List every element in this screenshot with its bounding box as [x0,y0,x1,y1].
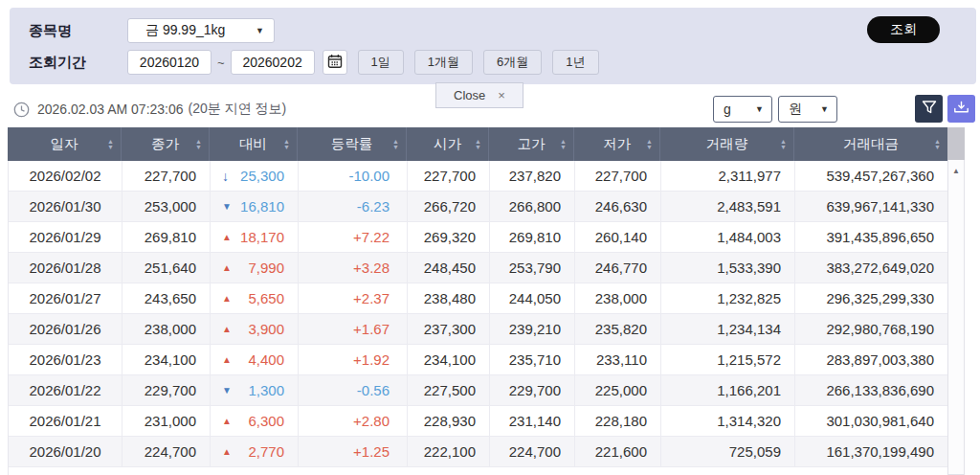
sort-icon[interactable]: ▲▼ [195,139,202,149]
cell-high: 237,820 [490,161,575,191]
chevron-down-icon: ▼ [256,26,264,35]
cell-change: ↓25,300 [211,161,299,191]
cell-open: 227,500 [408,375,490,405]
calendar-button[interactable] [323,50,347,75]
cell-open: 238,480 [408,283,490,313]
cell-value: 383,272,649,020 [795,253,948,283]
table-body: 2026/02/02227,700↓25,300-10.00227,700237… [8,161,947,475]
period-button-6month[interactable]: 6개월 [483,50,542,75]
cell-close: 229,700 [122,375,211,405]
sort-icon[interactable]: ▲▼ [780,139,787,149]
cell-volume: 1,232,825 [661,283,795,313]
cell-value: 639,967,141,330 [795,192,948,221]
cell-volume: 1,215,572 [661,345,795,374]
cell-volume: 2,483,591 [661,192,795,221]
cell-change: ▲3,900 [211,314,299,344]
table-row: 2026/01/28251,640▲7,990+3.28248,450253,7… [9,253,948,283]
download-icon [953,100,969,119]
item-name-label: 종목명 [29,22,127,40]
change-value: 2,770 [248,443,284,460]
cell-open: 222,100 [408,437,490,466]
close-tab[interactable]: Close × [435,82,523,108]
cell-close: 269,810 [122,222,211,252]
cell-value: 266,133,836,690 [795,375,948,405]
search-button[interactable]: 조회 [867,16,940,43]
filter-button[interactable] [915,95,943,123]
item-select-value: 금 99.99_1kg [145,22,225,39]
col-header-date[interactable]: 일자▲▼ [8,127,122,161]
sort-icon[interactable]: ▲▼ [475,139,481,149]
date-to-input[interactable] [231,50,315,75]
table-row: 2026/01/26238,000▲3,900+1.67237,300239,2… [9,314,948,345]
col-header-rate[interactable]: 등락률▲▼ [298,127,407,161]
cell-date: 2026/02/02 [9,161,122,191]
cell-low: 238,000 [575,283,661,313]
cell-date: 2026/01/20 [9,437,122,466]
sort-icon[interactable]: ▲▼ [560,139,567,149]
timestamp: 2026.02.03 AM 07:23:06 [37,102,184,117]
col-header-high[interactable]: 고가▲▼ [489,127,574,161]
cell-rate: +7.22 [299,222,408,252]
date-from-input[interactable] [127,50,212,75]
period-button-1month[interactable]: 1개월 [414,50,473,75]
cell-change: ▲5,650 [211,283,299,313]
sort-icon[interactable]: ▲▼ [107,139,114,149]
change-value: 7,990 [248,260,284,276]
col-header-value[interactable]: 거래대금▲▼ [794,127,947,161]
vertical-scrollbar[interactable]: ▲ [947,127,965,475]
filter-icon [922,100,937,118]
cell-volume: 2,311,977 [661,161,795,191]
period-button-1day[interactable]: 1일 [358,50,404,75]
cell-low: 225,000 [575,375,661,405]
cell-high: 244,050 [490,283,575,313]
col-header-low[interactable]: 저가▲▼ [574,127,660,161]
col-header-close[interactable]: 종가▲▼ [122,127,210,161]
sort-icon[interactable]: ▲▼ [646,139,653,149]
table-row: 2026/01/22229,700▼1,300-0.56227,500229,7… [9,375,948,406]
cell-change: ▲6,300 [211,406,299,436]
scroll-up-icon[interactable]: ▲ [948,160,964,175]
cell-date: 2026/01/30 [9,192,122,221]
col-header-volume[interactable]: 거래량▲▼ [660,127,794,161]
cell-close: 251,640 [122,253,211,283]
change-direction-icon: ▲ [222,446,232,457]
cell-date: 2026/01/21 [9,406,122,436]
cell-high: 266,800 [490,192,575,221]
item-select[interactable]: 금 99.99_1kg ▼ [127,18,275,43]
cell-rate: -0.56 [299,375,408,405]
cell-date: 2026/01/22 [9,375,122,405]
table-row: 2026/01/21231,000▲6,300+2.80228,930231,1… [9,406,948,437]
download-button[interactable] [947,95,975,123]
unit-selects: g ▼ 원 ▼ [713,96,837,123]
tilde-separator: ~ [217,56,225,70]
cell-value: 161,370,199,490 [795,437,948,466]
cell-low: 227,700 [575,161,661,191]
cell-close: 253,000 [122,192,211,221]
sort-icon[interactable]: ▲▼ [283,139,290,149]
cell-rate: +2.37 [299,283,408,313]
weight-unit-select[interactable]: g ▼ [713,96,772,123]
table-row: 2026/01/27243,650▲5,650+2.37238,480244,0… [9,283,948,314]
currency-unit-value: 원 [789,101,802,118]
cell-date: 2026/01/23 [9,345,122,374]
cell-low: 246,630 [575,192,661,221]
table-row: 2026/01/23234,100▲4,400+1.92234,100235,7… [9,345,948,375]
sort-icon[interactable]: ▲▼ [934,139,941,149]
cell-open: 237,300 [408,314,490,344]
cell-close: 231,000 [122,406,211,436]
cell-volume: 1,533,390 [661,253,795,283]
col-header-change[interactable]: 대비▲▼ [210,127,298,161]
close-icon[interactable]: × [498,88,505,102]
period-button-1year[interactable]: 1년 [552,50,598,75]
weight-unit-value: g [724,102,731,117]
delay-note: (20분 지연 정보) [189,101,287,118]
cell-open: 227,700 [408,161,490,191]
col-header-open[interactable]: 시가▲▼ [407,127,489,161]
cell-close: 238,000 [122,314,211,344]
change-direction-icon: ▲ [222,262,232,273]
currency-unit-select[interactable]: 원 ▼ [778,96,837,123]
scrollbar-header-cap [947,127,965,160]
cell-high: 269,810 [490,222,575,252]
sort-icon[interactable]: ▲▼ [392,139,399,149]
change-direction-icon: ▲ [222,354,232,365]
